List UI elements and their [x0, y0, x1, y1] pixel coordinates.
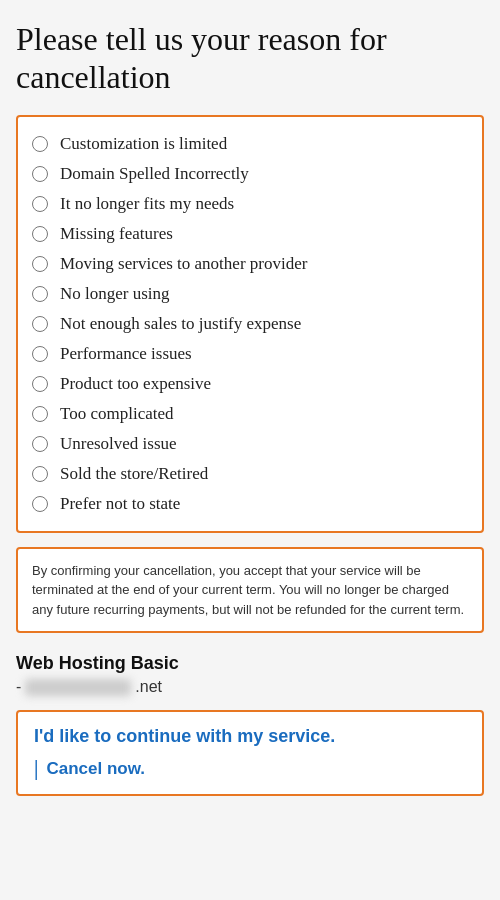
cancellation-reasons-box: Customization is limitedDomain Spelled I… — [16, 115, 484, 533]
radio-r7[interactable] — [32, 316, 48, 332]
product-section: Web Hosting Basic - xxxxxxxxxxxx .net — [16, 649, 484, 710]
radio-label-r3[interactable]: It no longer fits my needs — [60, 194, 234, 214]
radio-item-r4: Missing features — [32, 219, 468, 249]
cancel-now-link[interactable]: Cancel now. — [46, 759, 145, 779]
radio-item-r7: Not enough sales to justify expense — [32, 309, 468, 339]
domain-prefix: - — [16, 678, 21, 696]
radio-r5[interactable] — [32, 256, 48, 272]
radio-r6[interactable] — [32, 286, 48, 302]
radio-r2[interactable] — [32, 166, 48, 182]
reasons-list: Customization is limitedDomain Spelled I… — [32, 129, 468, 519]
radio-r9[interactable] — [32, 376, 48, 392]
radio-item-r5: Moving services to another provider — [32, 249, 468, 279]
radio-label-r1[interactable]: Customization is limited — [60, 134, 227, 154]
radio-item-r10: Too complicated — [32, 399, 468, 429]
radio-r10[interactable] — [32, 406, 48, 422]
radio-item-r3: It no longer fits my needs — [32, 189, 468, 219]
radio-label-r10[interactable]: Too complicated — [60, 404, 174, 424]
radio-item-r8: Performance issues — [32, 339, 468, 369]
action-box: I'd like to continue with my service. | … — [16, 710, 484, 796]
radio-item-r9: Product too expensive — [32, 369, 468, 399]
radio-item-r12: Sold the store/Retired — [32, 459, 468, 489]
cancellation-info-box: By confirming your cancellation, you acc… — [16, 547, 484, 634]
cancellation-info-text: By confirming your cancellation, you acc… — [32, 561, 468, 620]
radio-label-r4[interactable]: Missing features — [60, 224, 173, 244]
radio-item-r11: Unresolved issue — [32, 429, 468, 459]
product-name: Web Hosting Basic — [16, 653, 484, 674]
radio-label-r12[interactable]: Sold the store/Retired — [60, 464, 208, 484]
radio-label-r2[interactable]: Domain Spelled Incorrectly — [60, 164, 249, 184]
radio-item-r2: Domain Spelled Incorrectly — [32, 159, 468, 189]
page-title: Please tell us your reason for cancellat… — [16, 20, 484, 97]
radio-label-r13[interactable]: Prefer not to state — [60, 494, 180, 514]
radio-label-r7[interactable]: Not enough sales to justify expense — [60, 314, 301, 334]
radio-r3[interactable] — [32, 196, 48, 212]
radio-r13[interactable] — [32, 496, 48, 512]
radio-label-r9[interactable]: Product too expensive — [60, 374, 211, 394]
continue-service-link[interactable]: I'd like to continue with my service. — [34, 726, 466, 747]
cancel-link-wrap: | Cancel now. — [34, 757, 466, 780]
radio-r11[interactable] — [32, 436, 48, 452]
domain-suffix: .net — [135, 678, 162, 696]
radio-r4[interactable] — [32, 226, 48, 242]
radio-label-r6[interactable]: No longer using — [60, 284, 170, 304]
radio-r1[interactable] — [32, 136, 48, 152]
radio-item-r6: No longer using — [32, 279, 468, 309]
radio-r8[interactable] — [32, 346, 48, 362]
product-domain: - xxxxxxxxxxxx .net — [16, 678, 484, 696]
radio-label-r5[interactable]: Moving services to another provider — [60, 254, 307, 274]
radio-item-r13: Prefer not to state — [32, 489, 468, 519]
radio-item-r1: Customization is limited — [32, 129, 468, 159]
cancel-pipe: | — [34, 757, 38, 780]
radio-r12[interactable] — [32, 466, 48, 482]
radio-label-r11[interactable]: Unresolved issue — [60, 434, 177, 454]
radio-label-r8[interactable]: Performance issues — [60, 344, 192, 364]
domain-blurred: xxxxxxxxxxxx — [25, 679, 131, 696]
